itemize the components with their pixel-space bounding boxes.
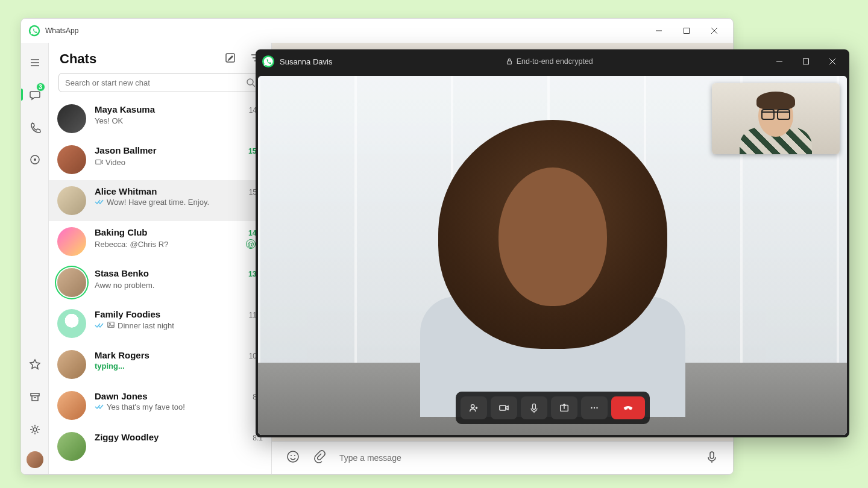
call-maximize-button[interactable] <box>793 52 819 70</box>
image-icon <box>107 321 115 331</box>
typing-indicator: typing... <box>95 361 125 371</box>
share-icon <box>559 402 570 413</box>
star-icon <box>29 358 41 371</box>
toggle-mic-button[interactable] <box>521 396 547 419</box>
close-icon <box>829 58 835 64</box>
hang-up-icon <box>623 402 634 413</box>
message-input[interactable] <box>339 453 692 463</box>
encryption-label: End-to-end endcrypted <box>332 57 766 66</box>
chats-badge: 3 <box>36 83 45 92</box>
call-controls <box>456 392 650 424</box>
chat-name: Alice Whitman <box>95 186 157 196</box>
search-icon <box>247 78 255 87</box>
read-ticks-icon <box>95 402 104 411</box>
chatlist-title: Chats <box>60 51 96 67</box>
left-rail: 3 <box>21 43 49 474</box>
attach-icon <box>313 450 326 463</box>
chat-name: Jason Ballmer <box>95 145 157 155</box>
new-chat-button[interactable] <box>224 52 236 66</box>
call-window: Susanna Davis End-to-end endcrypted <box>256 49 849 437</box>
rail-starred[interactable] <box>21 354 49 375</box>
chat-preview: Yes that's my fave too! <box>107 402 185 411</box>
chats-list: Maya Kasuma14:5Yes! OKJason Ballmer15:2 … <box>49 98 271 474</box>
read-ticks-icon <box>95 198 104 207</box>
chat-name: Ziggy Woodley <box>95 432 159 442</box>
chat-item[interactable]: Jason Ballmer15:2 Video <box>49 139 271 180</box>
app-name: WhatsApp <box>45 27 78 35</box>
encryption-text: End-to-end endcrypted <box>517 57 593 66</box>
menu-icon <box>29 56 41 68</box>
chat-preview: Dinner last night <box>118 321 174 330</box>
chat-preview: Video <box>105 158 125 167</box>
maximize-icon <box>684 28 690 34</box>
window-controls <box>645 21 728 40</box>
chat-avatar <box>57 309 86 338</box>
attach-button[interactable] <box>313 450 326 466</box>
toggle-video-button[interactable] <box>491 396 517 419</box>
rail-archive[interactable] <box>21 386 49 408</box>
chat-item[interactable]: Stasa Benko13:5Aww no problem. <box>49 262 271 303</box>
chat-item[interactable]: Ziggy Woodley8:1 <box>49 426 271 467</box>
chat-item[interactable]: Mark Rogers10:5typing... <box>49 344 271 385</box>
gear-icon <box>29 424 41 436</box>
chat-avatar <box>57 186 86 215</box>
lock-icon <box>506 58 513 65</box>
remote-video-feed <box>396 80 709 417</box>
whatsapp-logo-icon <box>262 55 275 68</box>
rail-profile-avatar[interactable] <box>27 451 43 468</box>
titlebar: WhatsApp <box>21 19 733 43</box>
minimize-icon <box>656 28 662 34</box>
chat-item[interactable]: Baking Club14:4Rebecca: @Chris R?@ <box>49 221 271 262</box>
archive-icon <box>29 391 41 403</box>
rail-chats[interactable]: 3 <box>21 84 49 105</box>
compose-bar <box>272 441 733 474</box>
add-user-icon <box>468 402 479 413</box>
mention-badge: @ <box>246 239 256 249</box>
minimize-button[interactable] <box>645 21 673 40</box>
more-options-button[interactable] <box>581 396 608 419</box>
add-participant-button[interactable] <box>461 396 487 419</box>
close-button[interactable] <box>700 21 728 40</box>
chat-name: Maya Kasuma <box>95 104 155 114</box>
whatsapp-logo-icon <box>28 25 40 37</box>
call-close-button[interactable] <box>819 52 846 70</box>
chat-item[interactable]: Alice Whitman15:1 Wow! Have great time. … <box>49 180 271 221</box>
chat-preview: Rebecca: @Chris R? <box>95 240 168 249</box>
rail-menu[interactable] <box>21 51 49 73</box>
chat-name: Stasa Benko <box>95 268 149 278</box>
compose-icon <box>224 52 236 64</box>
chat-avatar <box>57 104 86 133</box>
status-icon <box>29 154 41 166</box>
rail-calls[interactable] <box>21 116 49 138</box>
chat-preview: Wow! Have great time. Enjoy. <box>107 198 209 207</box>
rail-settings[interactable] <box>21 419 49 440</box>
minimize-icon <box>776 58 782 64</box>
call-window-controls <box>766 52 846 70</box>
rail-status[interactable] <box>21 149 49 170</box>
call-peer-name: Susanna Davis <box>280 57 332 66</box>
video-icon <box>498 402 509 413</box>
chat-item[interactable]: Maya Kasuma14:5Yes! OK <box>49 98 271 139</box>
hang-up-button[interactable] <box>611 396 645 419</box>
close-icon <box>711 28 717 34</box>
chat-name: Baking Club <box>95 227 148 237</box>
voice-message-button[interactable] <box>705 450 719 466</box>
chatlist-panel: Chats Maya Kasuma14:5Yes! OKJason Ballme… <box>49 43 272 474</box>
chat-name: Family Foodies <box>95 309 160 319</box>
self-video-pip[interactable] <box>712 83 840 154</box>
chat-item[interactable]: Dawn Jones8:3 Yes that's my fave too! <box>49 385 271 426</box>
share-screen-button[interactable] <box>551 396 577 419</box>
chat-item[interactable]: Family Foodies11:2 Dinner last night <box>49 303 271 344</box>
chat-avatar <box>57 350 86 379</box>
mic-icon <box>705 450 719 463</box>
search-input[interactable] <box>65 78 247 87</box>
call-titlebar: Susanna Davis End-to-end endcrypted <box>256 49 849 74</box>
call-minimize-button[interactable] <box>766 52 793 70</box>
maximize-button[interactable] <box>673 21 700 40</box>
emoji-icon <box>286 450 300 463</box>
emoji-button[interactable] <box>286 450 300 466</box>
mic-icon <box>529 402 539 413</box>
more-icon <box>589 402 600 413</box>
chat-avatar <box>57 145 86 174</box>
search-box[interactable] <box>58 73 262 92</box>
